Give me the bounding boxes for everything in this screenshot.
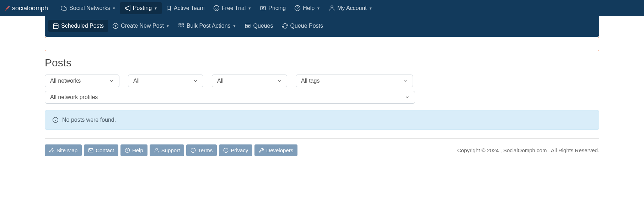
subnav-queues[interactable]: Queues: [240, 20, 277, 32]
svg-point-0: [214, 6, 219, 11]
page-title: Posts: [45, 57, 599, 69]
nav-label: Social Networks: [69, 5, 110, 11]
calendar-icon: [53, 23, 59, 29]
nav-label: Posting: [133, 5, 152, 11]
queue-icon: [245, 23, 251, 29]
info-icon: [190, 148, 196, 153]
chevron-down-icon: [403, 78, 408, 83]
nav-label: Free Trial: [222, 5, 246, 11]
filter-all-3[interactable]: All: [212, 75, 287, 87]
svg-point-6: [331, 6, 333, 8]
nav-help[interactable]: Help ▼: [290, 2, 324, 14]
chevron-down-icon: [405, 95, 410, 100]
svg-rect-17: [182, 26, 183, 27]
footer-privacy-button[interactable]: Privacy: [219, 144, 252, 156]
nav-free-trial[interactable]: Free Trial ▼: [209, 2, 256, 14]
footer-help-button[interactable]: Help: [120, 144, 147, 156]
chevron-down-icon: ▼: [248, 6, 251, 10]
footer: Site Map Contact Help Support Terms Priv…: [45, 144, 599, 162]
bookmark-icon: [166, 5, 172, 11]
info-message: No posts were found.: [62, 117, 116, 123]
svg-rect-7: [53, 24, 58, 29]
footer-developers-button[interactable]: Developers: [254, 144, 297, 156]
user-icon: [329, 5, 335, 11]
cloud-icon: [61, 5, 67, 11]
sitemap-icon: [49, 148, 54, 153]
filter-tags[interactable]: All tags: [296, 75, 413, 87]
sub-navbar: Scheduled Posts Create New Post ▼ Bulk P…: [45, 16, 599, 37]
footer-btn-label: Site Map: [57, 147, 77, 153]
chevron-down-icon: [193, 78, 198, 83]
plus-circle-icon: [112, 23, 119, 29]
filter-label: All: [133, 78, 140, 84]
chevron-down-icon: ▼: [112, 6, 116, 10]
footer-btn-label: Privacy: [231, 147, 248, 153]
brand-feather-icon: [4, 5, 11, 11]
chevron-down-icon: ▼: [317, 6, 320, 10]
help-icon: [294, 5, 301, 11]
nav-social-networks[interactable]: Social Networks ▼: [57, 2, 120, 14]
svg-rect-14: [179, 24, 181, 25]
subnav-label: Queue Posts: [290, 23, 323, 29]
svg-rect-18: [246, 24, 251, 28]
filter-network-profiles[interactable]: All network profiles: [45, 91, 415, 104]
filter-label: All networks: [50, 78, 81, 84]
svg-point-30: [156, 148, 157, 150]
footer-buttons: Site Map Contact Help Support Terms Priv…: [45, 144, 297, 156]
nav-label: Help: [303, 5, 315, 11]
chevron-down-icon: ▼: [166, 24, 170, 28]
filter-label: All tags: [301, 78, 320, 84]
subnav-create-new-post[interactable]: Create New Post ▼: [108, 20, 174, 32]
alert-box: [45, 37, 599, 51]
info-icon: [52, 117, 59, 123]
footer-btn-label: Terms: [198, 147, 213, 153]
nav-posting[interactable]: Posting ▼: [120, 2, 162, 14]
subnav-bulk-post-actions[interactable]: Bulk Post Actions ▼: [174, 20, 241, 32]
filter-row-1: All networks All All All tags: [45, 75, 599, 87]
svg-rect-24: [51, 148, 53, 149]
wrench-icon: [259, 148, 264, 153]
chevron-down-icon: [109, 78, 114, 83]
user-icon: [154, 148, 159, 153]
smile-icon: [213, 5, 220, 11]
list-icon: [178, 23, 184, 29]
top-navbar: socialoomph Social Networks ▼ Posting ▼ …: [0, 0, 644, 16]
copyright-text: Copyright © 2024 , SocialOomph.com . All…: [457, 147, 599, 153]
footer-btn-label: Support: [161, 147, 180, 153]
subnav-label: Create New Post: [121, 23, 164, 29]
nav-label: Active Team: [174, 5, 205, 11]
nav-my-account[interactable]: My Account ▼: [324, 2, 377, 14]
subnav-queue-posts[interactable]: Queue Posts: [278, 20, 328, 32]
footer-contact-button[interactable]: Contact: [84, 144, 118, 156]
footer-support-button[interactable]: Support: [150, 144, 184, 156]
svg-rect-26: [53, 151, 54, 152]
bullhorn-icon: [124, 5, 131, 11]
info-icon: [223, 148, 229, 153]
filter-row-2: All network profiles: [45, 91, 599, 104]
chevron-down-icon: [277, 78, 282, 83]
svg-rect-25: [49, 151, 51, 152]
filter-all-2[interactable]: All: [128, 75, 203, 87]
svg-rect-16: [179, 26, 181, 27]
nav-label: My Account: [337, 5, 367, 11]
svg-rect-15: [182, 24, 183, 25]
subnav-label: Bulk Post Actions: [187, 23, 231, 29]
nav-label: Pricing: [268, 5, 286, 11]
info-banner: No posts were found.: [45, 110, 599, 130]
footer-terms-button[interactable]: Terms: [186, 144, 217, 156]
filter-networks[interactable]: All networks: [45, 75, 119, 87]
brand[interactable]: socialoomph: [4, 5, 48, 12]
filter-label: All network profiles: [50, 94, 98, 100]
filter-label: All: [217, 78, 224, 84]
nav-pricing[interactable]: Pricing: [256, 2, 290, 14]
topnav-items: Social Networks ▼ Posting ▼ Active Team …: [57, 2, 377, 14]
nav-active-team[interactable]: Active Team: [162, 2, 209, 14]
refresh-icon: [282, 23, 288, 29]
subnav-scheduled-posts[interactable]: Scheduled Posts: [48, 20, 108, 32]
footer-sitemap-button[interactable]: Site Map: [45, 144, 82, 156]
subnav-label: Scheduled Posts: [61, 23, 104, 29]
footer-btn-label: Help: [132, 147, 143, 153]
mail-icon: [88, 148, 93, 153]
footer-btn-label: Contact: [96, 147, 114, 153]
chevron-down-icon: ▼: [369, 6, 372, 10]
